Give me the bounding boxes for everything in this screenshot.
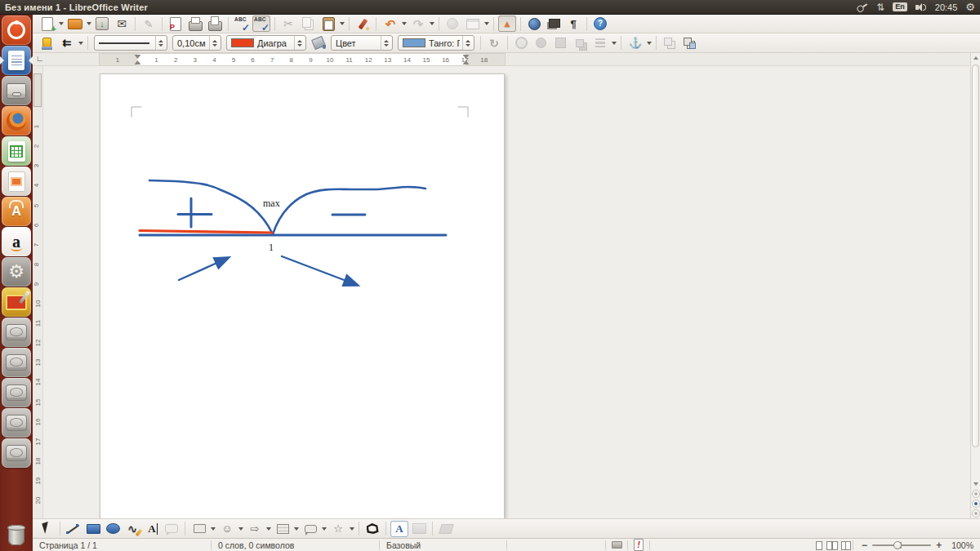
scrollbar-track[interactable]: [971, 63, 980, 479]
flowchart-button[interactable]: [274, 521, 292, 537]
spinner-buttons[interactable]: [209, 36, 220, 50]
insert-table-button[interactable]: [464, 16, 482, 32]
arrow-up-right[interactable]: [179, 258, 228, 280]
open-button[interactable]: [66, 16, 84, 32]
line-style-select[interactable]: [94, 35, 167, 51]
ungroup-button[interactable]: [661, 35, 679, 51]
bring-forward-button[interactable]: [532, 35, 550, 51]
spinner-buttons[interactable]: [381, 36, 391, 50]
drive-3-launcher[interactable]: [2, 378, 31, 407]
fontwork-button[interactable]: A: [390, 521, 408, 537]
insert-image-button[interactable]: [410, 521, 428, 537]
undo-button-dropdown-arrow[interactable]: [402, 22, 407, 25]
drive-5-launcher[interactable]: [2, 438, 31, 468]
callouts-button[interactable]: [301, 521, 319, 537]
callouts-button-dropdown-arrow[interactable]: [322, 527, 327, 531]
copy-button[interactable]: [299, 16, 317, 32]
zoom-track[interactable]: [872, 544, 931, 546]
multi-page-view-icon[interactable]: [826, 540, 837, 550]
amazon-launcher[interactable]: a: [2, 227, 31, 256]
paste-button-dropdown-arrow[interactable]: [340, 22, 345, 25]
line-width-input[interactable]: 0,10см: [172, 35, 221, 51]
ellipse-tool[interactable]: [104, 521, 122, 537]
send-email-button[interactable]: ✉: [113, 16, 131, 32]
send-to-back-button[interactable]: [571, 35, 589, 51]
bring-to-front-button[interactable]: [512, 35, 530, 51]
page-style[interactable]: Базовый: [380, 540, 506, 550]
arrow-down-right[interactable]: [282, 256, 357, 285]
document-page[interactable]: max1: [100, 73, 505, 518]
keyring-icon[interactable]: [856, 1, 869, 13]
stars-button[interactable]: ☆: [329, 521, 347, 537]
block-arrows-button[interactable]: ⇨: [246, 521, 264, 537]
firefox-launcher[interactable]: [2, 106, 31, 136]
libreoffice-impress-launcher[interactable]: [2, 167, 31, 196]
spinner-buttons[interactable]: [155, 36, 166, 50]
area-style-select[interactable]: Цвет: [331, 35, 393, 51]
vertical-ruler[interactable]: 1234567891011121314151617181920: [33, 66, 43, 518]
single-page-view-icon[interactable]: [813, 540, 823, 550]
spelling-button[interactable]: ABC✓: [233, 16, 251, 32]
gallery-button[interactable]: [545, 16, 563, 32]
spinner-buttons[interactable]: [462, 36, 473, 50]
hyperlink-button[interactable]: [443, 16, 461, 32]
freeform-line-tool[interactable]: ∿: [123, 521, 141, 537]
horizontal-ruler[interactable]: ∟ 1123456789101112131415161718: [33, 53, 980, 66]
stars-button-dropdown-arrow[interactable]: [350, 527, 354, 531]
max-label[interactable]: max: [263, 198, 280, 209]
trash-launcher[interactable]: [2, 521, 31, 550]
insert-table-button-dropdown-arrow[interactable]: [484, 22, 489, 25]
auto-spellcheck-button[interactable]: ABC✓: [252, 16, 270, 32]
callout-tool[interactable]: [163, 521, 180, 537]
word-count[interactable]: 0 слов, 0 символов: [212, 540, 379, 550]
document-modified-icon[interactable]: !: [628, 540, 649, 551]
next-page-button[interactable]: [972, 509, 980, 518]
save-button[interactable]: ↓: [93, 16, 111, 32]
send-backward-button[interactable]: [551, 35, 569, 51]
freehand-drawing[interactable]: max1: [100, 74, 506, 518]
navigate-by-button[interactable]: [972, 500, 980, 508]
block-arrows-button-dropdown-arrow[interactable]: [266, 527, 271, 531]
clone-formatting-button[interactable]: [354, 16, 372, 32]
zoom-out-button[interactable]: −: [858, 540, 871, 551]
alignment-button-dropdown-arrow[interactable]: [612, 42, 617, 45]
book-view-icon[interactable]: [840, 540, 851, 550]
zoom-in-button[interactable]: +: [933, 540, 945, 551]
libreoffice-calc-launcher[interactable]: [2, 136, 31, 166]
extrusion-button[interactable]: [437, 521, 455, 537]
scrollbar-thumb[interactable]: [972, 64, 979, 447]
redo-button-dropdown-arrow[interactable]: [430, 22, 434, 25]
show-draw-functions-button[interactable]: ▲: [498, 16, 516, 32]
alignment-button[interactable]: [591, 35, 609, 51]
export-pdf-button[interactable]: P: [167, 16, 185, 32]
arrow-style-button[interactable]: ⇇: [58, 35, 76, 51]
redo-button[interactable]: ↷: [409, 16, 427, 32]
rectangle-tool[interactable]: [84, 521, 102, 537]
line-color-select[interactable]: Диагра: [226, 35, 306, 51]
volume-icon[interactable]: [915, 2, 927, 12]
system-settings-launcher[interactable]: ⚙: [2, 257, 31, 287]
text-box-tool[interactable]: A: [143, 521, 161, 537]
text-boundary-corner-left[interactable]: [131, 107, 141, 117]
graphics-app-launcher[interactable]: [2, 287, 31, 317]
scroll-down-button[interactable]: [971, 479, 980, 489]
open-button-dropdown-arrow[interactable]: [87, 22, 91, 25]
sync-icon[interactable]: ⇅: [876, 2, 884, 12]
horizontal-ruler-scale[interactable]: 1123456789101112131415161718: [100, 54, 505, 65]
libreoffice-writer-launcher[interactable]: [2, 46, 31, 75]
drive-2-launcher[interactable]: [2, 348, 31, 377]
print-preview-button[interactable]: [206, 16, 224, 32]
new-document-button[interactable]: +: [38, 16, 56, 32]
drive-4-launcher[interactable]: [2, 408, 31, 438]
print-button[interactable]: [186, 16, 204, 32]
line-tool[interactable]: [65, 521, 82, 537]
paste-button[interactable]: [319, 16, 337, 32]
flowchart-button-dropdown-arrow[interactable]: [294, 527, 299, 531]
symbol-shapes-button[interactable]: ☺: [218, 521, 236, 537]
zoom-percentage[interactable]: 100%: [950, 540, 980, 550]
formatting-marks-button[interactable]: ¶: [564, 16, 582, 32]
dash-home-button[interactable]: [2, 16, 31, 45]
group-button[interactable]: [680, 35, 698, 51]
edit-mode-button[interactable]: ✎: [140, 16, 158, 32]
rotate-button[interactable]: ↻: [485, 35, 503, 51]
